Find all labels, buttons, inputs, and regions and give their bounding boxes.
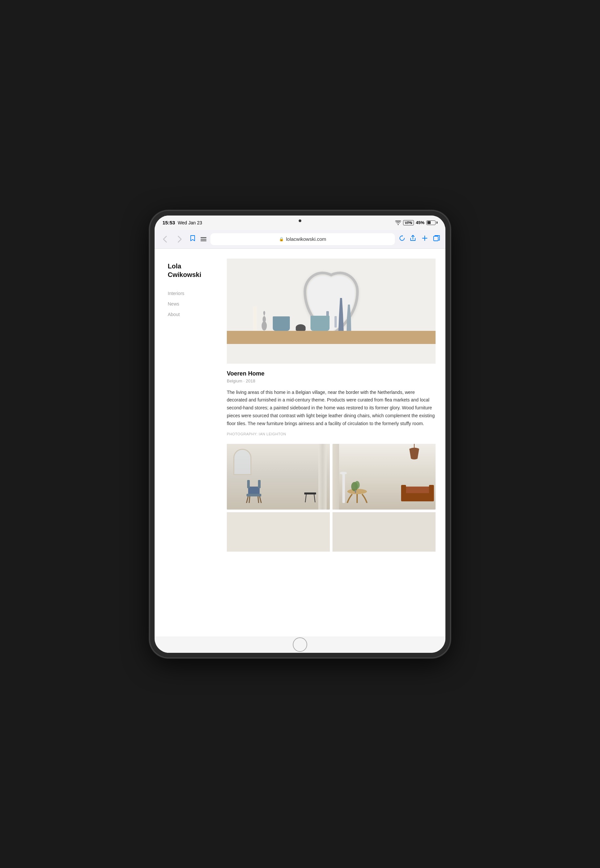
small-table xyxy=(304,493,317,502)
svg-rect-12 xyxy=(258,480,261,488)
project-meta: Belgium · 2018 xyxy=(227,379,436,383)
partial-image-1 xyxy=(227,512,330,552)
project-description: The living areas of this home in a Belgi… xyxy=(227,389,436,428)
back-button[interactable] xyxy=(160,236,170,243)
forward-button[interactable] xyxy=(174,236,185,243)
lock-icon: 🔒 xyxy=(279,237,284,242)
wifi-icon xyxy=(395,220,401,225)
svg-rect-18 xyxy=(401,485,406,502)
svg-rect-25 xyxy=(355,490,356,493)
svg-point-22 xyxy=(355,481,360,489)
svg-line-9 xyxy=(249,496,250,503)
mirror-decoration xyxy=(298,265,364,337)
url-text: lolacwikowski.com xyxy=(286,236,326,242)
add-tab-button[interactable] xyxy=(421,234,428,244)
svg-line-14 xyxy=(305,494,306,502)
svg-point-3 xyxy=(262,321,267,330)
action-buttons xyxy=(409,234,440,244)
svg-rect-19 xyxy=(429,485,434,502)
chair xyxy=(243,480,265,503)
photo-credit: PHOTOGRAPHY: IAN LEIGHTON xyxy=(227,432,436,436)
status-left: 15:53 Wed Jan 23 xyxy=(162,220,202,225)
shelf xyxy=(227,331,436,344)
status-bar: 15:53 Wed Jan 23 VPN 45% xyxy=(155,216,445,230)
vpn-badge: VPN xyxy=(403,220,414,225)
sidebar: Lola Cwikowski Interiors News About xyxy=(155,249,220,636)
svg-rect-0 xyxy=(433,236,438,241)
project-title: Voeren Home xyxy=(227,370,436,377)
svg-rect-11 xyxy=(247,480,250,488)
status-right: VPN 45% xyxy=(395,220,438,225)
nav-about[interactable]: About xyxy=(168,312,211,317)
home-button[interactable] xyxy=(293,637,307,652)
bookmarks-button[interactable] xyxy=(189,234,197,244)
nav-links: Interiors News About xyxy=(168,291,211,317)
tabs-button[interactable] xyxy=(433,234,440,244)
battery-icon xyxy=(426,220,438,225)
nav-interiors[interactable]: Interiors xyxy=(168,291,211,296)
address-bar[interactable]: 🔒 lolacwikowski.com xyxy=(211,233,395,245)
project-info: Voeren Home Belgium · 2018 The living ar… xyxy=(227,370,436,436)
svg-rect-6 xyxy=(247,494,261,496)
grid-image-2 xyxy=(332,444,436,509)
left-curtain xyxy=(332,444,339,509)
grid-image-1 xyxy=(227,444,330,509)
svg-line-7 xyxy=(247,496,248,503)
device-frame: 15:53 Wed Jan 23 VPN 45% xyxy=(150,211,450,657)
reload-button[interactable] xyxy=(399,235,405,243)
leather-sofa xyxy=(401,483,434,503)
vase-tall-1 xyxy=(338,298,344,331)
svg-rect-5 xyxy=(248,486,260,495)
vase-tall-2 xyxy=(347,304,351,331)
device-screen: 15:53 Wed Jan 23 VPN 45% xyxy=(155,216,445,653)
hero-image xyxy=(227,258,436,364)
room-scene-1 xyxy=(227,444,330,509)
hero-scene xyxy=(227,258,436,364)
status-date: Wed Jan 23 xyxy=(177,220,202,225)
nav-news[interactable]: News xyxy=(168,301,211,307)
site-title: Lola Cwikowski xyxy=(168,262,211,279)
bird-sculpture xyxy=(260,310,269,331)
floor-lamp xyxy=(342,473,345,503)
svg-line-15 xyxy=(314,494,315,502)
plant xyxy=(350,480,361,493)
partial-image-2 xyxy=(332,512,436,552)
image-grid xyxy=(227,444,436,509)
svg-rect-13 xyxy=(304,493,316,494)
partial-image-grid xyxy=(227,512,436,552)
pendant-lamp xyxy=(406,444,423,454)
arch-window xyxy=(233,449,252,475)
candle xyxy=(253,306,257,331)
svg-rect-17 xyxy=(403,486,432,493)
home-indicator xyxy=(155,636,445,653)
svg-line-10 xyxy=(258,496,259,503)
battery-percent: 45% xyxy=(416,220,424,225)
mug-2 xyxy=(311,316,330,331)
svg-point-4 xyxy=(262,316,266,322)
svg-line-8 xyxy=(260,496,261,503)
main-content: Voeren Home Belgium · 2018 The living ar… xyxy=(220,249,445,636)
room-scene-2 xyxy=(332,444,436,509)
curtain xyxy=(318,444,327,509)
share-button[interactable] xyxy=(409,234,417,244)
mug-1 xyxy=(273,316,290,331)
browser-bar: 🔒 lolacwikowski.com xyxy=(155,230,445,249)
front-camera xyxy=(299,219,301,222)
status-time: 15:53 xyxy=(162,220,175,225)
small-bowl xyxy=(296,324,306,331)
menu-button[interactable] xyxy=(200,237,206,241)
webpage-content: Lola Cwikowski Interiors News About xyxy=(155,249,445,636)
svg-rect-2 xyxy=(335,316,337,328)
